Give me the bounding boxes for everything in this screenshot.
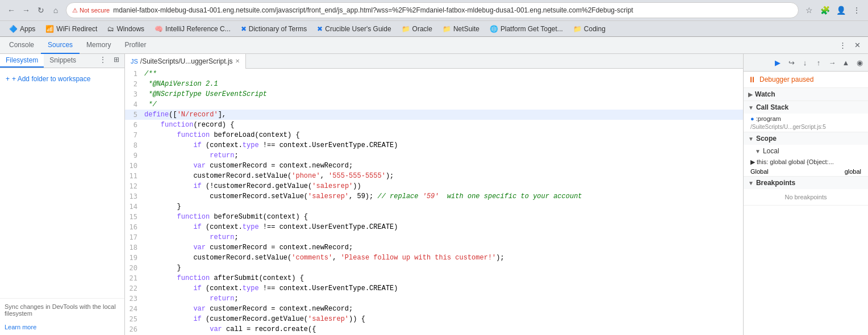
resume-btn[interactable]: ▶ (771, 56, 784, 69)
bookmark-crucible[interactable]: ✖ Crucible User's Guide (312, 24, 395, 34)
bookmark-wifi[interactable]: 📶 WiFi Redirect (41, 24, 102, 34)
dict-icon: ✖ (241, 25, 247, 33)
line-code[interactable]: var call = record.create({ (142, 324, 743, 334)
scope-arrow: ▼ (748, 136, 754, 142)
tab-console[interactable]: Console (2, 37, 41, 54)
line-code[interactable]: function beforeLoad(context) { (142, 130, 743, 140)
nav-buttons: ← → ↻ ⌂ (5, 3, 62, 17)
call-stack-item[interactable]: ● :program (744, 114, 868, 124)
line-code[interactable]: var customerRecord = context.newRecord; (142, 161, 743, 171)
line-number: 12 (125, 181, 142, 191)
more-options-btn[interactable]: ⋮ (836, 39, 849, 52)
line-code[interactable]: *@NApiVersion 2.1 (142, 79, 743, 89)
line-code[interactable]: customerRecord.setValue('phone', '555-55… (142, 171, 743, 181)
bookmark-coding[interactable]: 📁 Coding (569, 24, 610, 34)
watch-header[interactable]: ▶ Watch (744, 88, 868, 101)
panel-split-btn[interactable]: ⊞ (111, 54, 122, 65)
add-icon: + (6, 75, 10, 83)
step-into-btn[interactable]: ↓ (799, 56, 811, 69)
line-code[interactable]: var customerRecord = context.newRecord; (142, 304, 743, 314)
line-code[interactable]: } (142, 263, 743, 273)
line-code[interactable]: function afterSubmit(context) { (142, 273, 743, 283)
deactivate-breakpoints-btn[interactable]: ▲ (840, 56, 852, 69)
reload-button[interactable]: ↻ (34, 3, 48, 17)
scope-header[interactable]: ▼ Scope (744, 132, 868, 145)
line-code[interactable]: if (context.type !== context.UserEventTy… (142, 222, 743, 232)
tab-filesystem[interactable]: Filesystem (0, 54, 44, 68)
table-row: 19 customerRecord.setValue('comments', '… (125, 253, 743, 263)
bookmark-platform[interactable]: 🌐 Platform Get Toget... (485, 24, 567, 34)
address-bar[interactable]: ⚠ Not secure mdaniel-fatbox-mldebug-dusa… (66, 2, 799, 18)
line-number: 4 (125, 99, 142, 110)
forward-button[interactable]: → (19, 3, 33, 17)
line-code[interactable]: return; (142, 232, 743, 242)
bookmark-netsuite[interactable]: 📁 NetSuite (438, 24, 484, 34)
line-code[interactable]: define(['N/record'], (142, 110, 743, 120)
step-out-btn[interactable]: ↑ (812, 56, 825, 69)
bookmark-coding-label: Coding (584, 25, 606, 33)
profile-button[interactable]: 👤 (834, 3, 848, 17)
line-number: 19 (125, 253, 142, 263)
bookmark-dict[interactable]: ✖ Dictionary of Terms (236, 24, 311, 34)
add-folder-label: + Add folder to workspace (12, 75, 90, 83)
line-code[interactable]: if (customerRecord.getValue('salesrep'))… (142, 314, 743, 324)
table-row: 24 var customerRecord = context.newRecor… (125, 304, 743, 314)
step-btn[interactable]: → (826, 56, 838, 69)
bookmark-button[interactable]: ☆ (802, 3, 816, 17)
bookmark-intellij[interactable]: 🧠 IntelliJ Reference C... (150, 24, 235, 34)
breakpoints-header[interactable]: ▼ Breakpoints (744, 177, 868, 189)
file-panel-bottom: Sync changes in DevTools with the local … (0, 298, 124, 335)
line-code[interactable]: } (142, 202, 743, 212)
close-devtools-btn[interactable]: ✕ (851, 39, 863, 52)
line-code[interactable]: if (!customerRecord.getValue('salesrep')… (142, 181, 743, 191)
line-code[interactable]: if (context.type !== context.UserEventTy… (142, 140, 743, 150)
line-code[interactable]: *@NScriptType UserEventScript (142, 89, 743, 99)
line-code[interactable]: function beforeSubmit(context) { (142, 212, 743, 222)
code-content[interactable]: 1/**2 *@NApiVersion 2.13 *@NScriptType U… (125, 69, 743, 335)
code-tab-active[interactable]: JS /SuiteScripts/U...uggerScript.js ✕ (125, 54, 246, 69)
extensions-button[interactable]: 🧩 (818, 3, 832, 17)
bookmark-windows[interactable]: 🗂 Windows (103, 24, 149, 34)
bookmark-crucible-label: Crucible User's Guide (325, 25, 391, 33)
line-number: 2 (125, 79, 142, 89)
line-code[interactable]: customerRecord.setValue('salesrep', 59);… (142, 191, 743, 202)
bookmark-apps-label: Apps (20, 25, 35, 33)
table-row: 10 var customerRecord = context.newRecor… (125, 161, 743, 171)
line-number: 13 (125, 191, 142, 202)
panel-more-btn[interactable]: ⋮ (97, 54, 108, 65)
line-code[interactable]: function(record) { (142, 120, 743, 130)
global-row[interactable]: Global global (744, 167, 868, 176)
line-code[interactable]: if (context.type !== context.UserEventTy… (142, 283, 743, 294)
home-button[interactable]: ⌂ (49, 3, 62, 17)
tab-profiler[interactable]: Profiler (118, 37, 153, 54)
local-this-item[interactable]: ▶ this: global global {Object:... (744, 157, 868, 167)
menu-button[interactable]: ⋮ (850, 3, 863, 17)
local-header[interactable]: ▼ Local (744, 145, 868, 157)
tab-memory[interactable]: Memory (80, 37, 118, 54)
browser-actions: ☆ 🧩 👤 ⋮ (802, 3, 863, 17)
line-code[interactable]: customerRecord.setValue('comments', 'Ple… (142, 253, 743, 263)
pause-exceptions-btn[interactable]: ◉ (853, 56, 866, 69)
line-code[interactable]: */ (142, 99, 743, 110)
line-number: 25 (125, 314, 142, 324)
step-over-btn[interactable]: ↪ (785, 56, 798, 69)
add-folder-button[interactable]: + + Add folder to workspace (5, 73, 120, 85)
back-button[interactable]: ← (5, 3, 18, 17)
line-code[interactable]: return; (142, 150, 743, 161)
table-row: 14 } (125, 202, 743, 212)
code-panel: JS /SuiteScripts/U...uggerScript.js ✕ 1/… (125, 54, 743, 335)
table-row: 26 var call = record.create({ (125, 324, 743, 334)
code-tab-close[interactable]: ✕ (235, 58, 240, 64)
line-code[interactable]: /** (142, 69, 743, 79)
line-code[interactable]: var customerRecord = context.newRecord; (142, 242, 743, 253)
line-number: 26 (125, 324, 142, 334)
local-this-value: ▶ this: global global {Object:... (750, 158, 834, 165)
call-stack-header[interactable]: ▼ Call Stack (744, 101, 868, 114)
learn-more-link[interactable]: Learn more (5, 324, 36, 330)
tab-sources[interactable]: Sources (41, 37, 80, 54)
tab-snippets[interactable]: Snippets (44, 54, 82, 68)
line-code[interactable]: return; (142, 294, 743, 304)
bookmark-oracle[interactable]: 📁 Oracle (397, 24, 437, 34)
table-row: 13 customerRecord.setValue('salesrep', 5… (125, 191, 743, 202)
bookmark-apps[interactable]: 🔷 Apps (5, 24, 40, 34)
